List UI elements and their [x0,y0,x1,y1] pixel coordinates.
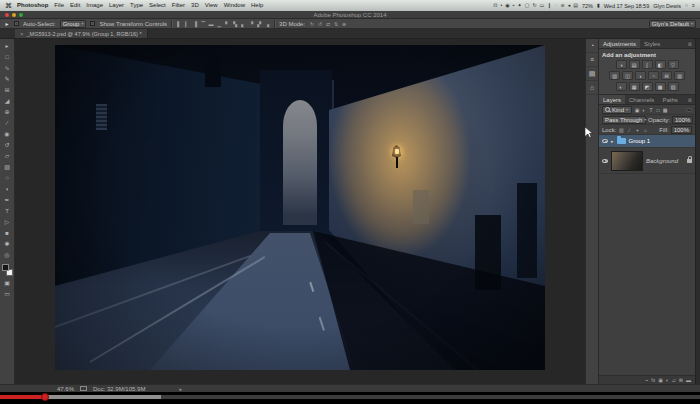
crop-tool-button[interactable]: ⊞ [4,85,9,96]
history-brush-tool-button[interactable]: ↺ [4,140,9,151]
3d-drag-icon[interactable]: ⇄ [325,19,331,29]
auto-select-checkbox[interactable] [14,21,19,26]
align-bottom-edges-icon[interactable]: ▁ [216,19,222,29]
align-top-edges-icon[interactable]: ▔ [200,19,206,29]
visibility-eye-icon[interactable] [602,159,608,163]
type-tool-button[interactable]: T [5,206,9,217]
menu-item[interactable]: Window [224,0,245,11]
screen-mode-button[interactable]: ▭ [4,289,10,300]
eraser-tool-button[interactable]: ▱ [5,151,10,162]
zoom-button[interactable] [19,13,23,17]
status-options-arrow-icon[interactable]: ▸ [179,386,182,392]
tab-styles[interactable]: Styles [640,39,664,48]
color-sync-icon[interactable]: ▪ [513,0,515,11]
filter-adjustment-layers-icon[interactable]: ◐ [641,107,647,113]
shape-tool-button[interactable]: ■ [5,228,9,239]
histogram-panel-icon[interactable]: ◔ [586,39,598,53]
marquee-tool-button[interactable]: □ [5,52,9,63]
brush-tool-button[interactable]: ∕ [6,118,7,129]
color-balance-button[interactable]: ◫ [622,71,633,80]
menu-item[interactable]: View [205,0,218,11]
layer-filter-dropdown[interactable]: Kind ▾ [602,106,632,114]
battery-icon[interactable]: ▮ [597,0,600,11]
blend-mode-dropdown[interactable]: Pass Through ▾ [602,116,646,124]
chat-icon[interactable]: ▭ [540,0,545,11]
vibrance-button[interactable]: ▽ [668,60,679,69]
menu-item[interactable]: 3D [191,0,199,11]
hand-tool-button[interactable]: ✱ [4,239,9,250]
invert-button[interactable]: ◐ [616,82,627,91]
distribute-vertical-centers-icon[interactable]: ▚ [232,19,238,29]
distribute-bottom-edges-icon[interactable]: ▖ [240,19,246,29]
active-tool-icon[interactable]: ▸ [4,19,10,29]
distribute-horizontal-centers-icon[interactable]: ▞ [256,19,262,29]
photo-filter-button[interactable]: ◔ [648,71,659,80]
quick-selection-tool-button[interactable]: ✎ [4,74,9,85]
notification-center-icon[interactable]: ≡ [692,0,695,11]
info-panel-icon[interactable]: ≡ [586,53,598,67]
volume-icon[interactable]: ◂ [568,0,571,11]
time-machine-icon[interactable]: ◌ [555,0,558,11]
eyedropper-tool-button[interactable]: ◢ [5,96,10,107]
black-white-button[interactable]: ◗ [635,71,646,80]
blur-tool-button[interactable]: ○ [5,173,9,184]
tab-layers[interactable]: Layers [599,95,625,104]
new-group-button[interactable]: ▱ [672,376,676,385]
align-horizontal-centers-icon[interactable]: ▎ [184,19,190,29]
new-layer-button[interactable]: ⊞ [679,376,683,385]
link-layers-button[interactable]: ⌁ [645,376,648,385]
layer-style-button[interactable]: fx [651,376,655,385]
menubar-clock[interactable]: Wed 17 Sep 18:59 [604,3,649,9]
zoom-tool-button[interactable]: ◎ [4,250,9,261]
display-icon[interactable]: ▤ [573,0,578,11]
lock-position-icon[interactable]: + [634,127,640,133]
exposure-button[interactable]: ◧ [655,60,666,69]
align-right-edges-icon[interactable]: ▐ [192,19,198,29]
video-progress-track[interactable] [0,395,700,399]
gradient-map-button[interactable]: ▩ [655,82,666,91]
tab-paths[interactable]: Paths [658,95,681,104]
visibility-eye-icon[interactable] [602,139,608,143]
pen-tool-button[interactable]: ✒ [4,195,9,206]
path-selection-tool-button[interactable]: ▷ [5,217,10,228]
lasso-tool-button[interactable]: ∿ [4,63,9,74]
menu-item[interactable]: Filter [172,0,185,11]
lock-pixels-icon[interactable]: ∕ [626,127,632,133]
layer-row-group-1[interactable]: ▸ Group 1 [599,135,695,148]
menu-item[interactable]: Edit [70,0,80,11]
document-canvas-image[interactable] [55,45,545,370]
progress-playhead[interactable] [41,393,49,401]
distribute-right-edges-icon[interactable]: ▗ [264,19,270,29]
menu-item[interactable]: Layer [109,0,124,11]
panel-menu-icon[interactable]: ≣ [688,39,695,48]
wrench-icon[interactable]: ✦ [517,0,521,11]
lock-all-icon[interactable]: ⌂ [642,127,648,133]
filter-smart-objects-icon[interactable]: ▩ [662,107,668,113]
layer-name[interactable]: Background [646,158,678,164]
threshold-button[interactable]: ◩ [642,82,653,91]
dropbox-icon[interactable]: ▢ [525,0,530,11]
align-left-edges-icon[interactable]: ▌ [176,19,182,29]
apple-menu-icon[interactable]: ⌘ [5,0,12,11]
panel-menu-icon[interactable]: ≣ [688,95,695,104]
close-button[interactable] [5,13,9,17]
filter-toggle[interactable] [686,108,692,112]
layer-name[interactable]: Group 1 [629,138,651,144]
alert-icon[interactable]: ❙ [547,0,551,11]
workspace-switcher[interactable]: Glyn's Default ▾ [649,20,696,28]
curves-button[interactable]: ∫ [642,60,653,69]
new-adjustment-button[interactable]: ◐ [666,376,669,385]
minimize-button[interactable] [12,13,16,17]
layer-row-background[interactable]: Background [599,148,695,174]
show-transform-checkbox[interactable] [90,21,95,26]
menu-item[interactable]: Image [86,0,103,11]
disclosure-triangle-icon[interactable]: ▸ [611,138,614,144]
posterize-button[interactable]: ▦ [629,82,640,91]
filter-pixel-layers-icon[interactable]: ▣ [634,107,640,113]
status-dot-icon[interactable]: • [501,0,503,11]
filter-type-layers-icon[interactable]: T [648,107,654,113]
filter-shape-layers-icon[interactable]: □ [655,107,661,113]
dodge-tool-button[interactable]: ◖ [5,184,9,195]
tab-adjustments[interactable]: Adjustments [599,39,640,48]
tab-channels[interactable]: Channels [625,95,658,104]
